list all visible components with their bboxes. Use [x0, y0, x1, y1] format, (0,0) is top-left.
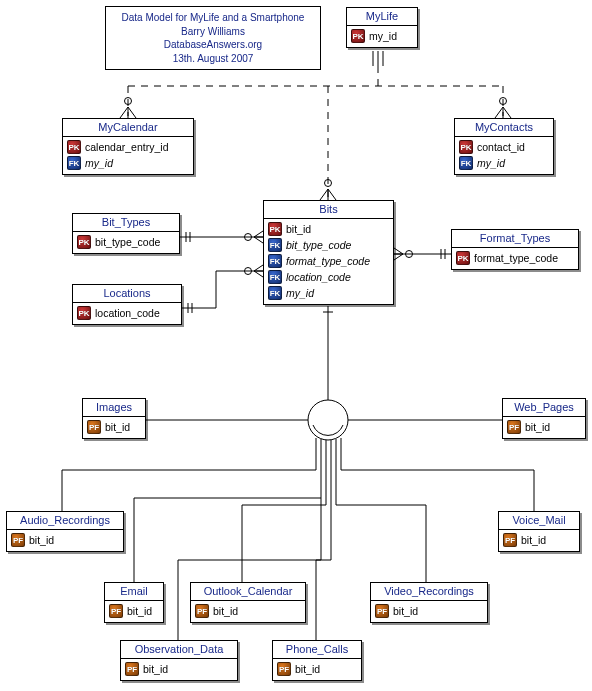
fk-icon: FK [268, 254, 282, 268]
entity-title: Format_Types [452, 230, 578, 248]
attr-label: bit_type_code [95, 236, 160, 248]
entity-title: Outlook_Calendar [191, 583, 305, 601]
pf-icon: PF [277, 662, 291, 676]
title-line-2: Barry Williams [112, 25, 314, 39]
entity-title: Observation_Data [121, 641, 237, 659]
entity-phone-calls: Phone_Calls PFbit_id [272, 640, 362, 681]
pk-icon: PK [77, 235, 91, 249]
title-line-3: DatabaseAnswers.org [112, 38, 314, 52]
entity-title: MyLife [347, 8, 417, 26]
entity-title: Phone_Calls [273, 641, 361, 659]
attr-label: bit_id [213, 605, 238, 617]
pk-icon: PK [459, 140, 473, 154]
attr-label: calendar_entry_id [85, 141, 168, 153]
entity-audio-recordings: Audio_Recordings PFbit_id [6, 511, 124, 552]
er-diagram: Data Model for MyLife and a Smartphone B… [0, 0, 592, 691]
entity-bits: Bits PKbit_id FKbit_type_code FKformat_t… [263, 200, 394, 305]
entity-title: Video_Recordings [371, 583, 487, 601]
entity-email: Email PFbit_id [104, 582, 164, 623]
attr-label: format_type_code [286, 255, 370, 267]
pf-icon: PF [375, 604, 389, 618]
entity-format-types: Format_Types PKformat_type_code [451, 229, 579, 270]
attr-label: contact_id [477, 141, 525, 153]
entity-title: Bits [264, 201, 393, 219]
svg-point-3 [125, 98, 132, 105]
attr-label: bit_id [295, 663, 320, 675]
entity-mycontacts: MyContacts PKcontact_id FKmy_id [454, 118, 554, 175]
entity-title: MyContacts [455, 119, 553, 137]
title-line-4: 13th. August 2007 [112, 52, 314, 66]
entity-video-recordings: Video_Recordings PFbit_id [370, 582, 488, 623]
attr-label: bit_id [393, 605, 418, 617]
attr-label: my_id [286, 287, 314, 299]
attr-label: my_id [85, 157, 113, 169]
entity-images: Images PFbit_id [82, 398, 146, 439]
entity-observation-data: Observation_Data PFbit_id [120, 640, 238, 681]
pk-icon: PK [268, 222, 282, 236]
title-line-1: Data Model for MyLife and a Smartphone [112, 11, 314, 25]
entity-voice-mail: Voice_Mail PFbit_id [498, 511, 580, 552]
fk-icon: FK [67, 156, 81, 170]
entity-outlook-calendar: Outlook_Calendar PFbit_id [190, 582, 306, 623]
entity-title: Audio_Recordings [7, 512, 123, 530]
attr-label: bit_id [525, 421, 550, 433]
entity-web-pages: Web_Pages PFbit_id [502, 398, 586, 439]
attr-label: bit_id [29, 534, 54, 546]
fk-icon: FK [268, 270, 282, 284]
pk-icon: PK [456, 251, 470, 265]
attr-label: format_type_code [474, 252, 558, 264]
svg-point-4 [500, 98, 507, 105]
entity-mylife: MyLife PKmy_id [346, 7, 418, 48]
entity-locations: Locations PKlocation_code [72, 284, 182, 325]
attr-label: location_code [95, 307, 160, 319]
entity-bit-types: Bit_Types PKbit_type_code [72, 213, 180, 254]
attr-label: bit_id [521, 534, 546, 546]
entity-title: Voice_Mail [499, 512, 579, 530]
attr-label: my_id [477, 157, 505, 169]
fk-icon: FK [268, 238, 282, 252]
entity-title: Images [83, 399, 145, 417]
pf-icon: PF [507, 420, 521, 434]
entity-mycalendar: MyCalendar PKcalendar_entry_id FKmy_id [62, 118, 194, 175]
pf-icon: PF [87, 420, 101, 434]
pf-icon: PF [503, 533, 517, 547]
attr-label: bit_id [286, 223, 311, 235]
fk-icon: FK [268, 286, 282, 300]
pf-icon: PF [11, 533, 25, 547]
svg-point-8 [245, 234, 252, 241]
svg-point-5 [325, 180, 332, 187]
entity-title: Bit_Types [73, 214, 179, 232]
pf-icon: PF [125, 662, 139, 676]
attr-label: bit_id [143, 663, 168, 675]
attr-label: location_code [286, 271, 351, 283]
pk-icon: PK [351, 29, 365, 43]
attr-label: bit_id [105, 421, 130, 433]
pk-icon: PK [67, 140, 81, 154]
pk-icon: PK [77, 306, 91, 320]
pf-icon: PF [109, 604, 123, 618]
attr-label: my_id [369, 30, 397, 42]
attr-label: bit_id [127, 605, 152, 617]
entity-title: Email [105, 583, 163, 601]
entity-title: Web_Pages [503, 399, 585, 417]
svg-point-16 [308, 400, 348, 440]
fk-icon: FK [459, 156, 473, 170]
entity-title: Locations [73, 285, 181, 303]
svg-point-11 [245, 268, 252, 275]
attr-label: bit_type_code [286, 239, 351, 251]
entity-title: MyCalendar [63, 119, 193, 137]
svg-point-14 [406, 251, 413, 258]
diagram-title-box: Data Model for MyLife and a Smartphone B… [105, 6, 321, 70]
pf-icon: PF [195, 604, 209, 618]
